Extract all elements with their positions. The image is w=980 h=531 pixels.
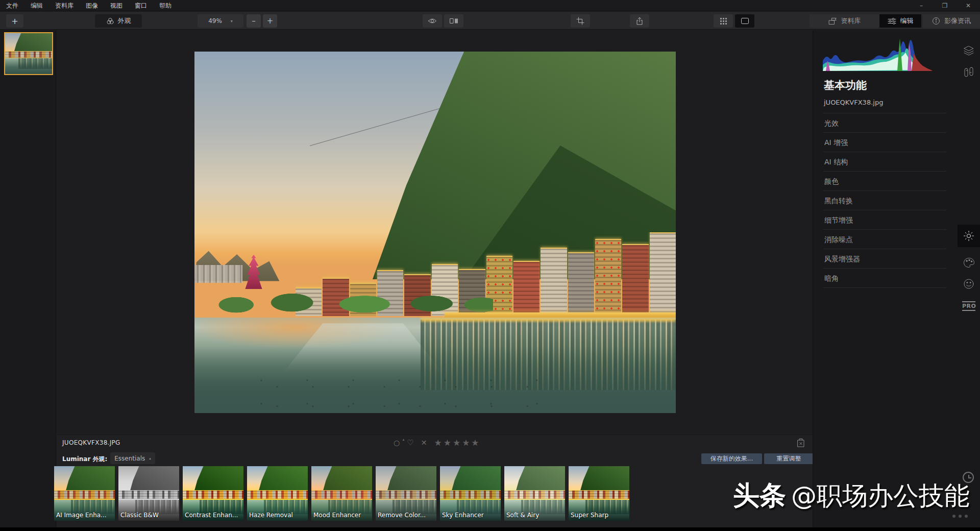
preview-eye-button[interactable]	[423, 14, 442, 28]
preset-ai-image-enhancer[interactable]: AI Image Enha...	[54, 466, 115, 521]
preset-remove-color-cast[interactable]: Remove Color...	[376, 466, 436, 521]
photo-gold-reflection	[421, 318, 676, 321]
eye-icon	[428, 17, 437, 25]
restore-button[interactable]: ❐	[933, 0, 957, 11]
watermark-handle: @职场办公技能	[791, 481, 970, 511]
menu-image[interactable]: 图像	[80, 0, 104, 11]
export-share-button[interactable]	[630, 14, 649, 28]
photo-water-debris	[252, 373, 560, 412]
looks-panel-button[interactable]: 外观	[95, 14, 142, 28]
filter-row-light[interactable]: 光效	[823, 113, 946, 133]
share-icon	[635, 17, 644, 26]
smiley-icon	[963, 278, 974, 289]
luminar-looks-label: Luminar 外观:	[62, 455, 107, 464]
photo-canvas[interactable]	[194, 52, 676, 413]
star-rating[interactable]: ★★★★★	[434, 438, 480, 448]
filmstrip-thumbnail-selected[interactable]	[4, 32, 53, 75]
info-icon	[932, 17, 940, 25]
preset-mood-enhancer[interactable]: Mood Enhancer	[311, 466, 372, 521]
delete-photo-button[interactable]	[796, 437, 807, 448]
preset-classic-bw[interactable]: Classic B&W	[118, 466, 179, 521]
add-photos-button[interactable]: +	[6, 14, 23, 28]
filmstrip-thumbnail-image	[5, 33, 52, 74]
filmstrip-sidebar	[0, 30, 56, 527]
toutiao-watermark: 头条@职场办公技能	[733, 478, 970, 514]
before-after-panels-icon	[964, 66, 974, 78]
color-label-dropdown[interactable]: ○▴	[394, 439, 400, 447]
reject-x-icon[interactable]: ✕	[421, 439, 427, 447]
side-icon-rail: PRO	[958, 30, 980, 531]
pro-tools-badge[interactable]: PRO	[962, 301, 975, 311]
filter-row-ai-structure[interactable]: AI 结构	[823, 152, 946, 172]
layers-button[interactable]	[958, 39, 980, 62]
minimize-button[interactable]: –	[910, 0, 933, 11]
layers-icon	[963, 45, 974, 56]
preset-super-sharp[interactable]: Super Sharp	[569, 466, 629, 521]
zoom-in-button[interactable]: +	[263, 14, 277, 28]
edit-side-panel: 基本功能 jUOEQKVFX38.jpg 光效 AI 增强 AI 结构 颜色 黑…	[813, 30, 980, 531]
filter-row-details-enhancer[interactable]: 细节增强	[823, 210, 946, 230]
watermark-clock-icon	[963, 472, 974, 483]
compare-view-button[interactable]	[444, 14, 463, 28]
favorite-heart-icon[interactable]: ♡	[407, 438, 413, 447]
looks-venn-icon	[106, 17, 114, 25]
save-new-look-button[interactable]: 保存新的效果...	[701, 453, 762, 464]
menu-view[interactable]: 视图	[104, 0, 129, 11]
single-view-icon	[741, 17, 749, 25]
preset-contrast-enhancer[interactable]: Contrast Enhan...	[183, 466, 243, 521]
looks-button-label: 外观	[118, 16, 131, 26]
color-label-caret-icon: ▴	[403, 438, 405, 442]
watermark-brand: 头条	[733, 480, 786, 511]
filter-list: 光效 AI 增强 AI 结构 颜色 黑白转换 细节增强 消除噪点 风景增强器 暗…	[823, 113, 946, 288]
essentials-tools-button-selected[interactable]	[958, 225, 980, 247]
looks-preset-strip: AI Image Enha... Classic B&W Contrast En…	[54, 466, 689, 521]
tab-edit[interactable]: 编辑	[879, 14, 921, 28]
filter-row-denoise[interactable]: 消除噪点	[823, 230, 946, 249]
trash-icon	[796, 437, 806, 448]
tab-image-info[interactable]: 影像资讯	[923, 14, 980, 28]
crop-button[interactable]	[571, 14, 590, 28]
menu-help[interactable]: 帮助	[153, 0, 178, 11]
preset-haze-removal[interactable]: Haze Removal	[247, 466, 308, 521]
landscape-thumbnail-image	[5, 33, 52, 74]
tab-edit-label: 编辑	[900, 16, 914, 26]
photo-river-water	[194, 318, 676, 413]
preset-sky-enhancer[interactable]: Sky Enhancer	[440, 466, 501, 521]
menu-edit[interactable]: 编辑	[24, 0, 49, 11]
menu-window[interactable]: 窗口	[129, 0, 153, 11]
bottom-panel: JUOEQKVFX38.JPG ○▴ ♡ ✕ ★★★★★ Luminar 外观:…	[57, 435, 813, 527]
tab-library-label: 资料库	[841, 16, 861, 26]
footer-filename: JUOEQKVFX38.JPG	[62, 439, 120, 446]
crop-icon	[576, 17, 584, 25]
zoom-level-dropdown[interactable]: 49% ▾	[198, 14, 243, 28]
palette-icon	[963, 257, 975, 268]
preset-soft-and-airy[interactable]: Soft & Airy	[504, 466, 565, 521]
sun-icon	[963, 230, 975, 242]
panel-title: 基本功能	[824, 78, 867, 92]
filter-row-color[interactable]: 颜色	[823, 172, 946, 191]
menu-library[interactable]: 资料库	[49, 0, 80, 11]
creative-tools-button[interactable]	[958, 251, 980, 274]
filter-row-bw-conversion[interactable]: 黑白转换	[823, 191, 946, 210]
toolbar: + 外观 49% ▾ – + 资料库	[0, 12, 980, 30]
chevron-down-icon: ▾	[231, 19, 233, 23]
gallery-grid-view-button[interactable]	[714, 14, 733, 28]
photo-distant-town	[194, 265, 242, 283]
portrait-tools-button[interactable]	[958, 273, 980, 295]
menu-bar: 文件 编辑 资料库 图像 视图 窗口 帮助 – ❐ ✕	[0, 0, 980, 11]
filter-row-vignette[interactable]: 暗角	[823, 269, 946, 288]
compare-panels-button[interactable]	[958, 61, 980, 83]
menu-file[interactable]: 文件	[0, 0, 24, 11]
filter-row-ai-enhance[interactable]: AI 增强	[823, 133, 946, 152]
filter-row-landscape-enhancer[interactable]: 风景增强器	[823, 249, 946, 269]
reset-adjustments-button[interactable]: 重置调整	[764, 453, 814, 464]
zoom-out-button[interactable]: –	[247, 14, 261, 28]
watermark-dots	[952, 515, 968, 518]
tab-library[interactable]: 资料库	[810, 14, 879, 28]
close-button[interactable]: ✕	[957, 0, 980, 11]
panel-filename: jUOEQKVFX38.jpg	[824, 99, 883, 106]
looks-collection-dropdown[interactable]: Essentials ▴	[110, 452, 155, 464]
single-image-view-button[interactable]	[735, 14, 754, 28]
looks-collection-value: Essentials	[114, 455, 145, 462]
luminar-app-window: 文件 编辑 资料库 图像 视图 窗口 帮助 – ❐ ✕ + 外观 49% ▾ –…	[0, 0, 980, 531]
